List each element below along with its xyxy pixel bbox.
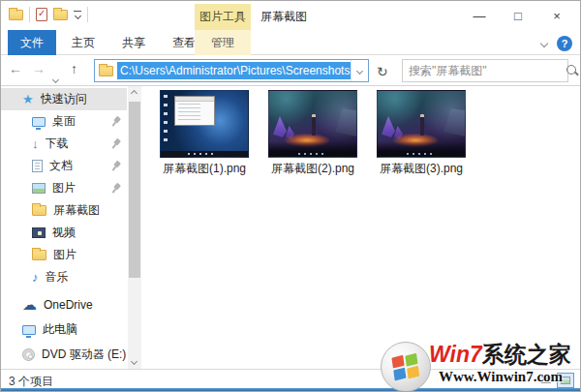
up-button[interactable]: ↑ xyxy=(71,61,77,76)
windows-logo-icon xyxy=(381,342,431,392)
qat-customize-chevron-icon[interactable] xyxy=(74,11,81,19)
expand-ribbon-chevron-icon[interactable] xyxy=(540,40,548,47)
sidebar-item-videos[interactable]: 视频 xyxy=(1,222,127,244)
address-bar: ← → ↑ C:\Users\Administrator\Pictures\Sc… xyxy=(1,55,580,86)
sidebar-item-onedrive[interactable]: ☁ OneDrive xyxy=(1,293,127,316)
separator xyxy=(87,7,88,22)
desktop-icon xyxy=(32,117,46,127)
thumbnail-game-screenshot[interactable] xyxy=(268,90,357,158)
pin-icon xyxy=(108,136,123,151)
window-title: 屏幕截图 xyxy=(260,9,307,25)
quick-access-toolbar xyxy=(9,7,88,22)
sidebar-item-music[interactable]: ♪ 音乐 xyxy=(1,266,127,288)
search-box xyxy=(402,59,568,82)
contextual-tab-picture-tools[interactable]: 图片工具 xyxy=(195,4,251,30)
sidebar-item-this-pc[interactable]: 此电脑 xyxy=(1,318,127,341)
download-icon: ↓ xyxy=(32,137,39,150)
sidebar-item-pictures-folder[interactable]: 图片 xyxy=(1,244,127,266)
navigation-pane: ★ 快速访问 桌面 ↓ 下载 文档 图片 屏幕截图 视频 xyxy=(1,86,142,369)
sidebar-item-documents[interactable]: 文档 xyxy=(1,155,127,177)
separator xyxy=(29,7,30,22)
close-button[interactable]: × xyxy=(537,1,576,30)
computer-icon xyxy=(22,325,36,335)
tab-home[interactable]: 主页 xyxy=(59,30,107,55)
help-icon[interactable]: ? xyxy=(557,36,572,51)
file-item-screenshot-1[interactable]: 屏幕截图(1).png xyxy=(154,90,255,177)
refresh-button[interactable]: ↻ xyxy=(377,64,388,79)
sidebar-item-screenshots[interactable]: 屏幕截图 xyxy=(1,199,127,222)
properties-icon[interactable] xyxy=(36,8,47,21)
watermark: Win7系统之家 Www.Winwin7.com xyxy=(379,340,581,392)
sidebar-item-downloads[interactable]: ↓ 下载 xyxy=(1,133,127,155)
maximize-button[interactable]: □ xyxy=(499,1,537,30)
video-icon xyxy=(32,227,46,238)
star-icon: ★ xyxy=(22,93,34,106)
music-icon: ♪ xyxy=(32,271,39,284)
search-input[interactable] xyxy=(403,64,565,77)
file-item-screenshot-3[interactable]: 屏幕截图(3).png xyxy=(371,90,472,177)
address-dropdown-chevron-icon[interactable] xyxy=(351,60,368,81)
ribbon-tab-bar: 文件 主页 共享 查看 管理 ? xyxy=(1,30,580,55)
tab-manage[interactable]: 管理 xyxy=(195,30,251,55)
scroll-up-icon[interactable] xyxy=(131,90,138,97)
forward-button[interactable]: → xyxy=(32,61,46,76)
title-bar: 图片工具 屏幕截图 — □ × xyxy=(1,1,580,30)
file-name: 屏幕截图(1).png xyxy=(154,161,255,177)
disc-icon xyxy=(22,348,35,361)
pin-icon xyxy=(108,159,123,173)
window-controls: — □ × xyxy=(460,1,576,30)
new-folder-icon[interactable] xyxy=(53,10,68,20)
watermark-brand: Win7系统之家 xyxy=(429,340,581,370)
sidebar-item-pictures[interactable]: 图片 xyxy=(1,177,127,199)
tab-share[interactable]: 共享 xyxy=(109,30,158,55)
address-folder-icon xyxy=(99,66,113,76)
folder-icon xyxy=(32,250,46,260)
pin-icon xyxy=(108,181,123,196)
pin-icon xyxy=(108,114,123,129)
sidebar-scrollbar[interactable] xyxy=(128,86,141,369)
address-path-text[interactable]: C:\Users\Administrator\Pictures\Screensh… xyxy=(117,62,351,79)
file-name: 屏幕截图(3).png xyxy=(371,161,472,177)
file-item-screenshot-2[interactable]: 屏幕截图(2).png xyxy=(262,90,363,177)
sidebar-item-dvd-drive[interactable]: DVD 驱动器 (E:) xyxy=(1,344,127,366)
back-button[interactable]: ← xyxy=(9,61,22,76)
thumbnail-desktop-screenshot[interactable] xyxy=(160,90,249,158)
recent-locations-chevron-icon[interactable] xyxy=(53,69,58,86)
minimize-button[interactable]: — xyxy=(460,1,499,30)
watermark-url: Www.Winwin7.com xyxy=(429,369,581,385)
file-list: 屏幕截图(1).png 屏幕截图(2).png 屏幕截图(3).png xyxy=(143,86,581,369)
thumbnail-game-screenshot[interactable] xyxy=(377,90,466,158)
address-input[interactable]: C:\Users\Administrator\Pictures\Screensh… xyxy=(94,59,369,82)
scrollbar-thumb[interactable] xyxy=(129,102,140,278)
document-icon xyxy=(32,160,43,172)
scroll-down-icon[interactable] xyxy=(131,358,138,365)
sidebar-item-desktop[interactable]: 桌面 xyxy=(1,110,127,133)
pictures-icon xyxy=(32,183,46,194)
search-icon[interactable] xyxy=(565,63,580,78)
folder-icon xyxy=(32,205,46,216)
cloud-icon: ☁ xyxy=(22,297,37,312)
sidebar-item-quick-access[interactable]: ★ 快速访问 xyxy=(1,88,127,110)
window-folder-icon xyxy=(9,10,23,20)
file-name: 屏幕截图(2).png xyxy=(262,161,363,177)
explorer-window: 图片工具 屏幕截图 — □ × 文件 主页 共享 查看 管理 ? ← → ↑ C… xyxy=(0,0,581,392)
tab-file[interactable]: 文件 xyxy=(8,30,56,55)
